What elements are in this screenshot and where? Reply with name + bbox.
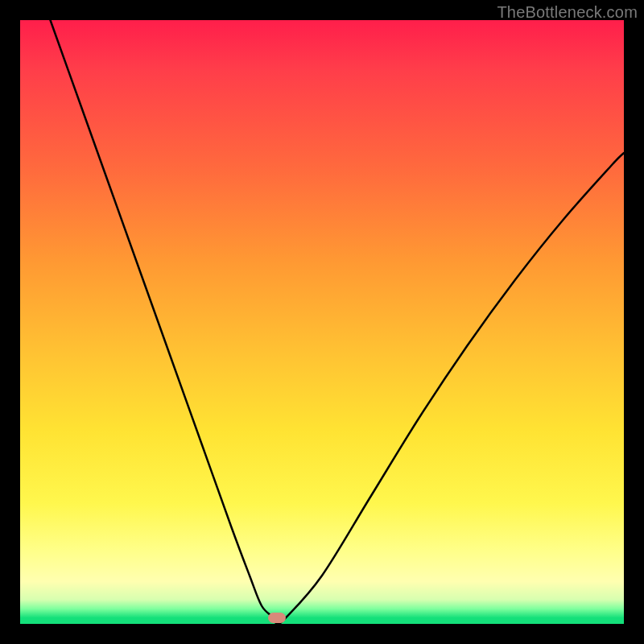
outer-frame: TheBottleneck.com [0,0,644,644]
minimum-marker [268,613,286,623]
watermark-text: TheBottleneck.com [497,3,638,22]
plot-area [20,20,624,624]
bottleneck-curve [20,20,624,624]
